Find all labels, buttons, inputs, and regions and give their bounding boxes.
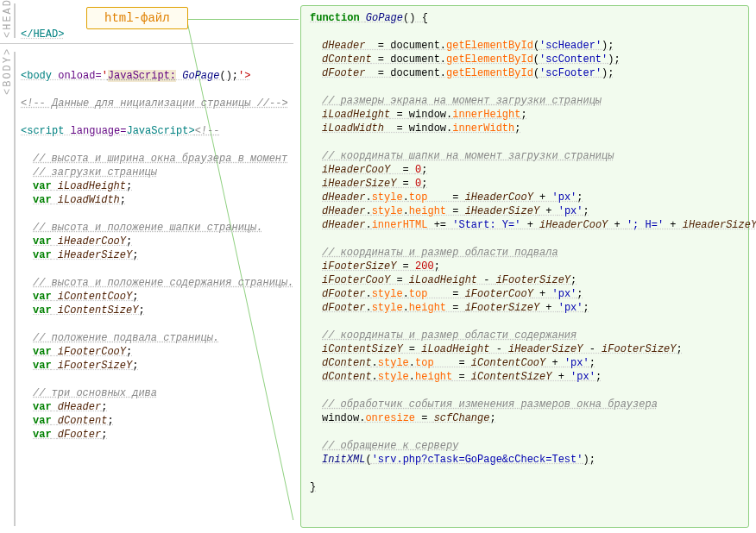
script-tag-line: <script language=JavaScript><!-- [21, 124, 297, 138]
code-line: dHeader = document.getElementById('scHea… [310, 39, 740, 53]
code-line: iContentSizeY = iLoadHeight - iHeaderSiz… [310, 342, 740, 356]
body-label: <BODY> [2, 52, 14, 95]
code-line: dHeader.style.top = iHeaderCooY + 'px'; [310, 191, 740, 204]
comment: // координаты и размер области подвала [322, 247, 558, 259]
comment: // три основных дива [33, 387, 157, 399]
code-line: dContent.style.height = iContentSizeY + … [310, 370, 740, 384]
code-line: InitXML('srv.php?cTask=GoPage&cCheck=Tes… [310, 453, 740, 467]
comment: // высота и положение содержания страниц… [33, 277, 293, 289]
right-code-pane: function GoPage() { dHeader = document.g… [300, 5, 749, 528]
comment: // координаты шапки на момент загрузки с… [322, 150, 614, 162]
body-line [14, 52, 16, 526]
close-brace: } [310, 481, 316, 493]
comment: // обработчик события изменения размеров… [322, 398, 658, 411]
code-line: dFooter.style.top = iFooterCooY + 'px'; [310, 287, 740, 301]
code-line: iLoadHeight = window.innerHeight; [310, 108, 740, 122]
var-decl: var iLoadHeight; [21, 179, 297, 193]
code-line: dContent.style.top = iContentCooY + 'px'… [310, 356, 740, 370]
code-line: iHeaderCooY = 0; [310, 163, 740, 177]
comment: // размеры экрана на момент загрузки стр… [322, 95, 602, 107]
code-line: dHeader.innerHTML += 'Start: Y=' + iHead… [310, 218, 740, 232]
code-line: iFooterSizeY = 200; [310, 260, 740, 273]
var-decl: var iContentSizeY; [21, 304, 297, 317]
comment: // высота и ширина окна браузера в момен… [33, 153, 287, 165]
comment: // координаты и размер области содержани… [322, 329, 576, 342]
var-decl: var iHeaderCooY; [21, 235, 297, 248]
code-line: dFooter.style.height = iFooterSizeY + 'p… [310, 301, 740, 315]
var-decl: var iHeaderSizeY; [21, 248, 297, 262]
function-signature: function GoPage() { [310, 11, 740, 25]
comment: // положение подвала страницы. [33, 332, 219, 344]
code-line: dContent = document.getElementById('scCo… [310, 53, 740, 66]
head-line [14, 3, 16, 38]
code-line: iHeaderSizeY = 0; [310, 177, 740, 191]
body-tag-line: <body onload='JavaScript: GoPage();'> [21, 69, 297, 83]
head-label: <HEAD> [2, 3, 14, 38]
code-line: window.onresize = scfChange; [310, 411, 740, 425]
var-decl: var iFooterCooY; [21, 345, 297, 359]
code-line: iLoadWidth = window.innerWidth; [310, 122, 740, 135]
close-head-tag: </HEAD> [21, 28, 64, 41]
var-decl: var dHeader; [21, 400, 297, 414]
connector-line [186, 19, 299, 28]
comment: // высота и положение шапки страницы. [33, 222, 262, 234]
code-line: dFooter = document.getElementById('scFoo… [310, 66, 740, 80]
var-decl: var iLoadWidth; [21, 193, 297, 207]
code-line: dHeader.style.height = iHeaderSizeY + 'p… [310, 204, 740, 218]
comment: // обращение к серверу [322, 440, 458, 452]
left-code-pane: </HEAD> <body onload='JavaScript: GoPage… [21, 28, 297, 442]
code-line: iFooterCooY = iLoadHeight - iFooterSizeY… [310, 273, 740, 287]
var-decl: var dFooter; [21, 428, 297, 442]
var-decl: var iContentCooY; [21, 290, 297, 304]
var-decl: var dContent; [21, 414, 297, 428]
html-comment: <!-- Данные для нициализации страницы //… [21, 97, 288, 110]
var-decl: var iFooterSizeY; [21, 359, 297, 373]
comment: // загрузки страницы [33, 166, 157, 179]
file-title-badge: html-файл [86, 7, 188, 29]
